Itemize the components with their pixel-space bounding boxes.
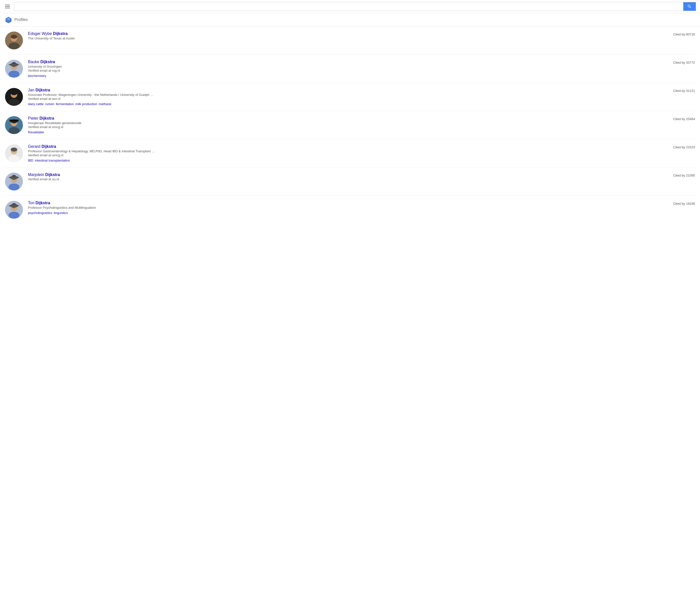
svg-point-17 xyxy=(8,99,20,106)
cited-by: Cited by 25484 xyxy=(662,116,695,121)
profile-tag[interactable]: psycholinguistics xyxy=(28,211,52,215)
profile-affiliation: Professor Gastroenterology & Hepatology,… xyxy=(28,149,657,153)
profile-item: Gerard DijkstraProfessor Gastroenterolog… xyxy=(5,139,695,167)
name-bold: Dijkstra xyxy=(40,116,54,120)
cited-by: Cited by 21090 xyxy=(662,172,695,177)
profile-item: Edsger Wybe DijkstraThe University of Te… xyxy=(5,26,695,55)
name-normal: Edsger Wybe xyxy=(28,31,53,36)
cited-by: Cited by 23153 xyxy=(662,144,695,149)
profile-tag[interactable]: milk production xyxy=(75,102,97,106)
name-normal: Pieter xyxy=(28,116,40,120)
profile-name[interactable]: Pieter Dijkstra xyxy=(28,116,54,120)
name-bold: Dijkstra xyxy=(41,60,55,64)
name-normal: Gerard xyxy=(28,144,42,148)
svg-point-4 xyxy=(7,18,9,20)
avatar xyxy=(5,144,23,162)
svg-rect-33 xyxy=(13,175,16,177)
name-bold: Dijkstra xyxy=(53,31,68,36)
profile-tag[interactable]: biochemistry xyxy=(28,74,46,78)
profile-item: Bauke DijkstraUniversity of GroningenVer… xyxy=(5,55,695,83)
svg-point-10 xyxy=(8,71,20,78)
profile-name[interactable]: Jan Dijkstra xyxy=(28,88,50,92)
profile-name[interactable]: Ton Dijkstra xyxy=(28,201,50,205)
profile-info: Gerard DijkstraProfessor Gastroenterolog… xyxy=(28,144,657,162)
profile-tag[interactable]: linguistics xyxy=(54,211,68,215)
profile-item: Marjolein DijkstraVerified email at uu.n… xyxy=(5,167,695,196)
search-button[interactable] xyxy=(683,2,696,11)
svg-point-35 xyxy=(18,180,19,181)
svg-point-42 xyxy=(18,208,19,209)
profile-email: Verified email at wur.nl xyxy=(28,97,657,101)
svg-point-28 xyxy=(11,147,17,152)
avatar xyxy=(5,31,23,49)
avatar xyxy=(5,60,23,78)
profile-email: Verified email at umcg.nl xyxy=(28,153,657,157)
svg-point-15 xyxy=(18,67,19,68)
profile-tag[interactable]: IBD xyxy=(28,159,33,162)
profile-tags: psycholinguisticslinguistics xyxy=(28,211,657,215)
profile-info: Bauke DijkstraUniversity of GroningenVer… xyxy=(28,60,657,78)
profile-tag[interactable]: intestinal transplantation xyxy=(35,159,70,162)
profile-info: Edsger Wybe DijkstraThe University of Te… xyxy=(28,31,657,40)
profile-tag[interactable]: fermentation xyxy=(56,102,74,106)
svg-point-30 xyxy=(8,184,20,190)
profile-affiliation: Professor Psycholinguistics and Multilin… xyxy=(28,206,657,209)
name-normal: Jan xyxy=(28,88,35,92)
search-bar: dijkstra xyxy=(14,2,696,11)
profile-info: Jan DijkstraAssociate Professor, Wagenin… xyxy=(28,88,657,106)
cited-by: Cited by 80716 xyxy=(662,31,695,36)
profile-tag[interactable]: dairy cattle xyxy=(28,102,44,106)
profile-list: Edsger Wybe DijkstraThe University of Te… xyxy=(0,26,700,224)
profile-item: Ton DijkstraProfessor Psycholinguistics … xyxy=(5,196,695,224)
svg-point-37 xyxy=(8,212,20,219)
header: dijkstra xyxy=(0,0,700,13)
profile-tags: Revalidatie xyxy=(28,130,657,134)
cited-by: Cited by 33772 xyxy=(662,60,695,64)
profile-info: Ton DijkstraProfessor Psycholinguistics … xyxy=(28,201,657,215)
avatar xyxy=(5,172,23,190)
profiles-header: Profiles xyxy=(0,13,700,26)
profile-name[interactable]: Gerard Dijkstra xyxy=(28,144,56,148)
name-bold: Dijkstra xyxy=(35,88,50,92)
svg-rect-24 xyxy=(9,120,19,122)
name-bold: Dijkstra xyxy=(45,172,60,177)
avatar xyxy=(5,201,23,219)
svg-point-6 xyxy=(8,43,20,49)
profile-tag[interactable]: methane xyxy=(99,102,111,106)
svg-point-8 xyxy=(11,35,17,39)
avatar xyxy=(5,116,23,134)
profile-item: Pieter DijkstraHoogleraar Revalidatie ge… xyxy=(5,111,695,139)
profile-affiliation: The University of Texas at Austin xyxy=(28,37,657,40)
profile-email: Verified email at rug.nl xyxy=(28,69,657,72)
svg-point-26 xyxy=(8,155,20,162)
profile-affiliation: Hoogleraar Revalidatie geneeskunde xyxy=(28,121,657,125)
profile-tags: dairy cattlerumenfermentationmilk produc… xyxy=(28,102,657,106)
avatar xyxy=(5,88,23,106)
scholar-logo xyxy=(5,16,12,23)
svg-point-21 xyxy=(8,127,20,134)
search-input[interactable]: dijkstra xyxy=(14,2,683,11)
svg-rect-40 xyxy=(13,203,16,205)
profile-tags: biochemistry xyxy=(28,74,657,78)
profile-email: Verified email at umcg.nl xyxy=(28,125,657,129)
svg-rect-13 xyxy=(13,62,16,64)
name-normal: Marjolein xyxy=(28,172,45,177)
name-bold: Dijkstra xyxy=(42,144,56,148)
name-normal: Ton xyxy=(28,201,35,205)
name-bold: Dijkstra xyxy=(35,201,50,205)
cited-by: Cited by 19248 xyxy=(662,201,695,206)
profiles-title: Profiles xyxy=(15,18,28,22)
profile-info: Pieter DijkstraHoogleraar Revalidatie ge… xyxy=(28,116,657,134)
name-normal: Bauke xyxy=(28,60,41,64)
profile-tags: IBDintestinal transplantation xyxy=(28,159,657,162)
profile-email: Verified email at uu.nl xyxy=(28,177,657,181)
svg-point-19 xyxy=(11,91,17,95)
profile-name[interactable]: Bauke Dijkstra xyxy=(28,60,55,64)
profile-tag[interactable]: Revalidatie xyxy=(28,130,44,134)
profile-name[interactable]: Marjolein Dijkstra xyxy=(28,172,60,177)
profile-tag[interactable]: rumen xyxy=(45,102,54,106)
hamburger-menu[interactable] xyxy=(4,4,11,9)
profile-affiliation: Associate Professor, Wageningen Universi… xyxy=(28,93,657,97)
profile-name[interactable]: Edsger Wybe Dijkstra xyxy=(28,31,68,36)
profile-info: Marjolein DijkstraVerified email at uu.n… xyxy=(28,172,657,181)
